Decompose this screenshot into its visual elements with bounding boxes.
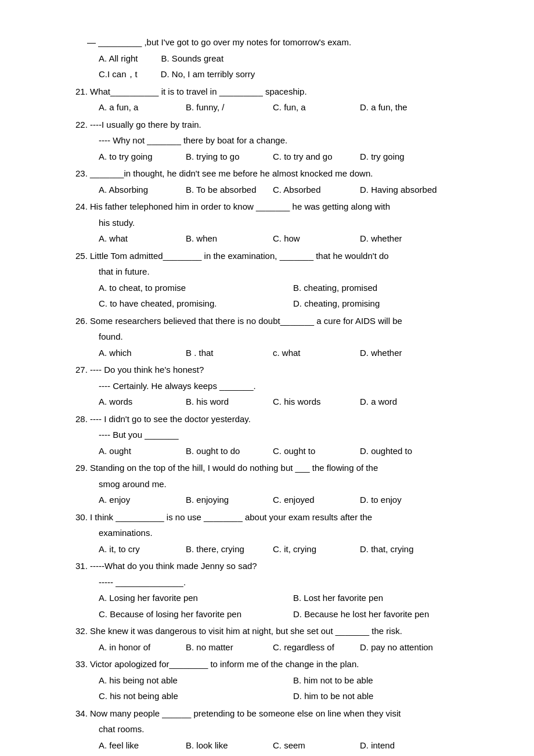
option-item: A. ought bbox=[99, 444, 174, 459]
options4-line: A. whatB. whenC. howD. whether bbox=[99, 231, 488, 246]
option-item: A. Absorbing bbox=[99, 182, 174, 197]
question-line: 23. _______in thought, he didn't see me … bbox=[75, 166, 488, 181]
option-item: D. whether bbox=[360, 231, 435, 246]
option-item: D. whether bbox=[360, 345, 435, 361]
option-item: A. enjoy bbox=[99, 492, 174, 507]
options4-line: A. to try goingB. trying to goC. to try … bbox=[99, 149, 488, 164]
question-line: 31. -----What do you think made Jenny so… bbox=[75, 559, 488, 574]
sub-line: ---- But you _______ bbox=[99, 427, 488, 442]
option-item: D. No, I am terribly sorry bbox=[161, 67, 255, 82]
option-item: C. regardless of bbox=[273, 640, 348, 655]
option-item: D. cheating, promising bbox=[293, 296, 488, 311]
sub-line: ----- ______________. bbox=[99, 575, 488, 590]
option-item: C. to have cheated, promising. bbox=[99, 296, 293, 311]
options4-line: A. wordsB. his wordC. his wordsD. a word bbox=[99, 394, 488, 409]
option-item: A. it, to cry bbox=[99, 542, 174, 557]
question-line: 26. Some researchers believed that there… bbox=[75, 314, 488, 329]
option-item: A. words bbox=[99, 394, 174, 409]
option-item: C. Absorbed bbox=[273, 182, 348, 197]
option-item: C. seem bbox=[273, 738, 348, 753]
option-item: C. to try and go bbox=[273, 149, 348, 164]
option-item: D. him to be not able bbox=[293, 689, 488, 704]
option-item: D. that, crying bbox=[360, 542, 435, 557]
option-item: D. to enjoy bbox=[360, 492, 435, 507]
option-item: B. enjoying bbox=[186, 492, 261, 507]
option-item: D. oughted to bbox=[360, 444, 435, 459]
option-item: B. To be absorbed bbox=[186, 182, 261, 197]
options4-line: A. whichB . thatc. whatD. whether bbox=[99, 345, 488, 361]
option-item: C. his not being able bbox=[99, 689, 293, 704]
option-item: C.I can，t bbox=[99, 67, 138, 82]
options4-line: A. a fun, aB. funny, /C. fun, aD. a fun,… bbox=[99, 100, 488, 115]
option-item: C. Because of losing her favorite pen bbox=[99, 607, 293, 622]
option-item: B. cheating, promised bbox=[293, 280, 488, 296]
option-item: D. try going bbox=[360, 149, 435, 164]
option-item: D. Having absorbed bbox=[360, 182, 437, 197]
option-item: B. trying to go bbox=[186, 149, 261, 164]
option-item: C. his words bbox=[273, 394, 348, 409]
options4-line: A. enjoyB. enjoyingC. enjoyedD. to enjoy bbox=[99, 492, 488, 507]
question-line: 27. ---- Do you think he's honest? bbox=[75, 362, 488, 377]
options2col-block: A. his being not ableB. him not to be ab… bbox=[99, 673, 488, 704]
options4-line: A. AbsorbingB. To be absorbedC. Absorbed… bbox=[99, 182, 488, 197]
option-item: A. Losing her favorite pen bbox=[99, 591, 293, 606]
option-item: B. when bbox=[186, 231, 261, 246]
options4-line: A. it, to cryB. there, cryingC. it, cryi… bbox=[99, 542, 488, 557]
continuation-line: his study. bbox=[99, 215, 488, 231]
option-item: A. in honor of bbox=[99, 640, 174, 655]
option-item: A. his being not able bbox=[99, 673, 293, 688]
option-item: D. a word bbox=[360, 394, 435, 409]
sub-line: ---- Why not _______ there by boat for a… bbox=[99, 133, 488, 148]
option-item: C. fun, a bbox=[273, 100, 348, 115]
option-item: B. funny, / bbox=[186, 100, 261, 115]
question-line: 22. ----I usually go there by train. bbox=[75, 117, 488, 132]
question-line: 30. I think __________ is no use _______… bbox=[75, 510, 488, 525]
option-item: A. what bbox=[99, 231, 174, 246]
question-line: 32. She knew it was dangerous to visit h… bbox=[75, 624, 488, 639]
continuation-line: found. bbox=[99, 329, 488, 344]
option-item: A. feel like bbox=[99, 738, 174, 753]
option-item: B. look like bbox=[186, 738, 261, 753]
sub-line: ---- Certainly. He always keeps _______. bbox=[99, 379, 488, 394]
continuation-line: examinations. bbox=[99, 525, 488, 541]
question-line: 21. What__________ it is to travel in __… bbox=[75, 84, 488, 99]
question-line: 28. ---- I didn't go to see the doctor y… bbox=[75, 412, 488, 427]
question-line: 34. Now many people ______ pretending to… bbox=[75, 706, 488, 721]
question-line: 29. Standing on the top of the hill, I w… bbox=[75, 460, 488, 476]
exam-content: — _________ ,but I've got to go over my … bbox=[75, 35, 488, 753]
option-item: B. him not to be able bbox=[293, 673, 488, 688]
question-line: 24. His father telephoned him in order t… bbox=[75, 199, 488, 214]
option-item: A. All right bbox=[99, 51, 138, 66]
option-item: B. his word bbox=[186, 394, 261, 409]
option-item: C. ought to bbox=[273, 444, 348, 459]
option-item: B. there, crying bbox=[186, 542, 261, 557]
options4-line: A. feel likeB. look likeC. seemD. intend bbox=[99, 738, 488, 753]
option-item: A. which bbox=[99, 345, 174, 361]
option-item: D. a fun, the bbox=[360, 100, 435, 115]
option-item: A. to cheat, to promise bbox=[99, 280, 293, 296]
option-item: B. ought to do bbox=[186, 444, 261, 459]
continuation-line: that in future. bbox=[99, 264, 488, 279]
option-item: C. it, crying bbox=[273, 542, 348, 557]
question-line: 25. Little Tom admitted________ in the e… bbox=[75, 249, 488, 264]
options4-line: A. in honor ofB. no matterC. regardless … bbox=[99, 640, 488, 655]
option-item: B. Lost her favorite pen bbox=[293, 591, 488, 606]
option-item: C. enjoyed bbox=[273, 492, 348, 507]
option-item: C. how bbox=[273, 231, 348, 246]
options2col-block: A. to cheat, to promiseB. cheating, prom… bbox=[99, 280, 488, 311]
options-line: A. All rightB. Sounds great bbox=[99, 51, 488, 66]
options4-line: A. oughtB. ought to doC. ought toD. ough… bbox=[99, 444, 488, 459]
option-item: c. what bbox=[273, 345, 348, 361]
option-item: A. a fun, a bbox=[99, 100, 174, 115]
continuation-line: smog around me. bbox=[99, 477, 488, 492]
option-item: B. Sounds great bbox=[161, 51, 224, 66]
option-item: B . that bbox=[186, 345, 261, 361]
option-item: D. Because he lost her favorite pen bbox=[293, 607, 488, 622]
option-item: D. intend bbox=[360, 738, 435, 753]
options2col-block: A. Losing her favorite penB. Lost her fa… bbox=[99, 591, 488, 621]
question-line: 33. Victor apologized for________ to inf… bbox=[75, 657, 488, 672]
option-item: A. to try going bbox=[99, 149, 174, 164]
options-line: C.I can，tD. No, I am terribly sorry bbox=[99, 67, 488, 82]
option-item: D. pay no attention bbox=[360, 640, 435, 655]
continuation-line: chat rooms. bbox=[99, 722, 488, 737]
